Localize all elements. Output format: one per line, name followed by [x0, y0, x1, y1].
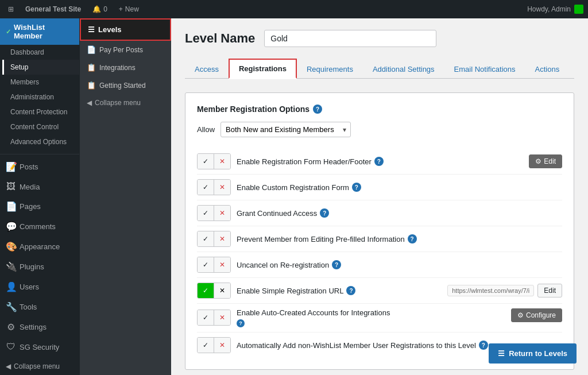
sidebar-collapse[interactable]: ◀ Collapse menu — [0, 358, 79, 375]
help-non-wishlist[interactable]: ? — [479, 341, 488, 350]
gear-icon: ⚙ — [535, 157, 541, 165]
toggle-check-auto-created[interactable]: ✓ — [198, 310, 214, 325]
sec-sidebar-pay-per-posts[interactable]: 📄 Pay Per Posts — [80, 41, 171, 59]
toggle-x-uncancel[interactable]: ✕ — [214, 257, 230, 272]
option-label-auto-created: Enable Auto-Created Accounts for Integra… — [237, 308, 505, 317]
sidebar-item-setup[interactable]: Setup — [2, 60, 79, 75]
toggle-uncancel: ✓ ✕ — [197, 257, 231, 273]
edit-simple-reg-url-btn[interactable]: Edit — [537, 284, 562, 297]
help-grant-access[interactable]: ? — [320, 208, 329, 218]
main-content: Level Name Access Registrations Requirem… — [171, 18, 588, 375]
adminbar-avatar — [574, 5, 583, 14]
tab-additional-settings[interactable]: Additional Settings — [363, 60, 444, 78]
help-reg-form-header[interactable]: ? — [374, 157, 384, 166]
configure-auto-created-btn[interactable]: ⚙ Configure — [511, 308, 562, 322]
sidebar-item-users[interactable]: 👤Users — [0, 277, 79, 297]
toggle-x-auto-created[interactable]: ✕ — [214, 310, 230, 325]
option-label-uncancel: Uncancel on Re-registration ? — [237, 260, 562, 269]
toggle-check-non-wishlist[interactable]: ✓ — [198, 338, 214, 353]
toggle-custom-reg: ✓ ✕ — [197, 179, 231, 195]
toggle-check-simple-reg-url[interactable]: ✓ — [198, 283, 214, 298]
toggle-check-custom-reg[interactable]: ✓ — [198, 180, 214, 195]
sidebar-item-content-protection[interactable]: Content Protection — [2, 105, 79, 119]
toggle-x-non-wishlist[interactable]: ✕ — [214, 338, 230, 353]
toggle-x-prevent-editing[interactable]: ✕ — [214, 231, 230, 246]
sidebar-item-members[interactable]: Members — [2, 75, 79, 90]
toggle-grant-access: ✓ ✕ — [197, 205, 231, 221]
toggle-simple-reg-url: ✓ ✕ — [197, 283, 231, 299]
tab-access[interactable]: Access — [185, 60, 229, 78]
sidebar-item-pages[interactable]: 📄Pages — [0, 196, 79, 217]
sidebar-item-dashboard[interactable]: Dashboard — [2, 45, 79, 60]
option-label-grant-access: Grant Continued Access ? — [237, 208, 562, 218]
sidebar-item-advanced-options[interactable]: Advanced Options — [2, 134, 79, 149]
tab-email-notifications[interactable]: Email Notifications — [444, 60, 525, 78]
help-auto-created[interactable]: ? — [237, 319, 245, 327]
sidebar-item-media[interactable]: 🖼Media — [0, 177, 79, 196]
sidebar-item-posts[interactable]: 📝Posts — [0, 157, 79, 177]
sec-sidebar-collapse[interactable]: ◀ Collapse menu — [80, 94, 171, 111]
help-uncancel[interactable]: ? — [332, 260, 341, 269]
settings-icon: ⚙ — [6, 322, 16, 333]
adminbar-right: Howdy, Admin — [527, 5, 583, 14]
tab-actions[interactable]: Actions — [525, 60, 570, 78]
sidebar-item-comments[interactable]: 💬Comments — [0, 217, 79, 237]
secondary-sidebar: ☰ Levels 📄 Pay Per Posts 📋 Integrations … — [79, 18, 171, 375]
sidebar-item-settings[interactable]: ⚙Settings — [0, 317, 79, 337]
adminbar-new[interactable]: + New — [115, 5, 142, 13]
toggle-check-reg-form-header[interactable]: ✓ — [198, 154, 214, 169]
section-help-icon[interactable]: ? — [313, 105, 322, 114]
toggle-x-custom-reg[interactable]: ✕ — [214, 180, 230, 195]
getting-started-icon: 📋 — [87, 81, 96, 90]
sidebar-item-plugins[interactable]: 🔌Plugins — [0, 257, 79, 277]
toggle-x-reg-form-header[interactable]: ✕ — [214, 154, 230, 169]
users-icon: 👤 — [6, 281, 16, 292]
allow-select[interactable]: Both New and Existing Members New Member… — [220, 122, 351, 137]
plugins-icon: 🔌 — [6, 261, 16, 272]
media-icon: 🖼 — [6, 181, 16, 192]
sidebar-item-appearance[interactable]: 🎨Appearance — [0, 237, 79, 257]
option-row-simple-reg-url: ✓ ✕ Enable Simple Registration URL ? htt… — [197, 278, 562, 304]
level-name-row: Level Name — [185, 30, 574, 47]
allow-select-wrapper: Both New and Existing Members New Member… — [220, 122, 351, 137]
levels-header[interactable]: ☰ Levels — [80, 18, 171, 41]
wishlist-checkmark: ✓ — [6, 28, 11, 36]
edit-reg-form-header-btn[interactable]: ⚙ Edit — [529, 154, 562, 168]
sec-sidebar-integrations[interactable]: 📋 Integrations — [80, 59, 171, 76]
tab-requirements[interactable]: Requirements — [297, 60, 363, 78]
sec-sidebar-getting-started[interactable]: 📋 Getting Started — [80, 76, 171, 94]
comments-icon: 💬 — [6, 221, 16, 232]
sidebar-item-content-control[interactable]: Content Control — [2, 119, 79, 134]
sidebar-item-sg-security[interactable]: 🛡SG Security — [0, 337, 79, 357]
return-to-levels-btn[interactable]: ☰ Return to Levels — [489, 343, 577, 364]
help-simple-reg-url[interactable]: ? — [346, 286, 355, 295]
sidebar-item-administration[interactable]: Administration — [2, 90, 79, 105]
toggle-check-uncancel[interactable]: ✓ — [198, 257, 214, 272]
allow-row: Allow Both New and Existing Members New … — [197, 122, 562, 137]
level-name-input[interactable] — [264, 30, 436, 47]
toggle-check-grant-access[interactable]: ✓ — [198, 206, 214, 221]
toggle-x-simple-reg-url[interactable]: ✕ — [214, 283, 230, 298]
tab-registrations[interactable]: Registrations — [229, 59, 297, 79]
toggle-prevent-editing: ✓ ✕ — [197, 231, 231, 247]
option-row-auto-created: ✓ ✕ Enable Auto-Created Accounts for Int… — [197, 304, 562, 333]
wishlist-submenu: Dashboard Setup Members Administration C… — [0, 45, 79, 149]
main-layout: ✓ WishList Member Dashboard Setup Member… — [0, 18, 588, 375]
help-custom-reg[interactable]: ? — [352, 183, 361, 192]
adminbar-site-name[interactable]: General Test Site — [22, 5, 84, 13]
tools-icon: 🔧 — [6, 301, 16, 312]
adminbar-wp-logo[interactable]: ⊞ — [5, 5, 17, 13]
content-card: Member Registration Options ? Allow Both… — [185, 92, 574, 370]
sidebar-item-tools[interactable]: 🔧Tools — [0, 297, 79, 317]
adminbar-notif[interactable]: 🔔 0 — [89, 5, 111, 13]
allow-label: Allow — [197, 125, 215, 134]
toggle-check-prevent-editing[interactable]: ✓ — [198, 231, 214, 246]
return-levels-icon: ☰ — [498, 349, 505, 358]
levels-icon: ☰ — [88, 25, 95, 34]
toggle-x-grant-access[interactable]: ✕ — [214, 206, 230, 221]
help-prevent-editing[interactable]: ? — [408, 234, 417, 243]
configure-gear-icon: ⚙ — [517, 311, 524, 319]
adminbar-howdy: Howdy, Admin — [527, 5, 571, 13]
toggle-auto-created: ✓ ✕ — [197, 310, 231, 326]
wishlist-header[interactable]: ✓ WishList Member — [0, 18, 79, 45]
